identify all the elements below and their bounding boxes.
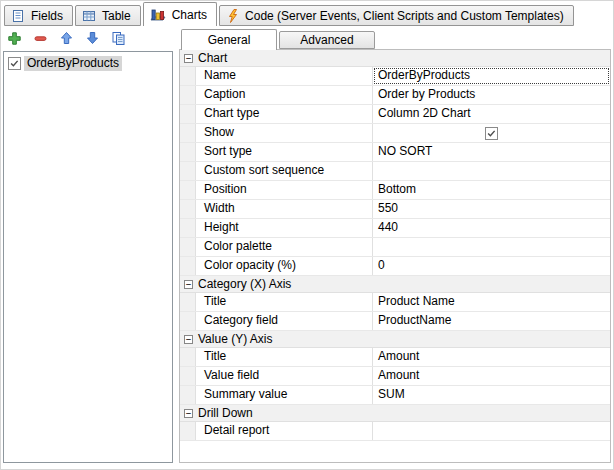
property-label[interactable]: Value field (196, 367, 373, 385)
property-value[interactable] (373, 422, 610, 440)
property-row: Custom sort sequence (180, 162, 610, 181)
list-item-orderbyproducts[interactable]: OrderByProducts (4, 54, 172, 72)
property-row: Summary valueSUM (180, 386, 610, 405)
tab-charts[interactable]: Charts (143, 2, 217, 26)
property-value[interactable]: NO SORT (373, 143, 610, 161)
copy-icon[interactable] (110, 30, 127, 47)
charts-icon (150, 8, 166, 22)
property-value[interactable]: Order by Products (373, 86, 610, 104)
property-label[interactable]: Position (196, 181, 373, 199)
row-gutter (180, 105, 196, 123)
main-tab-bar: Fields Table Charts Code (Server Events,… (4, 2, 576, 26)
row-gutter (180, 238, 196, 256)
property-value[interactable]: OrderByProducts (373, 67, 610, 85)
property-value[interactable]: 550 (373, 200, 610, 218)
property-label[interactable]: Caption (196, 86, 373, 104)
property-row: CaptionOrder by Products (180, 86, 610, 105)
property-value[interactable]: Column 2D Chart (373, 105, 610, 123)
property-label[interactable]: Custom sort sequence (196, 162, 373, 180)
property-label[interactable]: Sort type (196, 143, 373, 161)
row-gutter (180, 386, 196, 404)
row-gutter (180, 162, 196, 180)
section-header[interactable]: −Chart (180, 50, 610, 67)
property-value[interactable]: Amount (373, 348, 610, 366)
property-value[interactable]: Product Name (373, 293, 610, 311)
property-value-cell (373, 124, 610, 142)
subtab-label: General (208, 33, 251, 47)
property-row: Chart typeColumn 2D Chart (180, 105, 610, 124)
tab-label: Table (102, 9, 131, 23)
property-row: Show (180, 124, 610, 143)
property-row: Color opacity (%)0 (180, 257, 610, 276)
section-header[interactable]: −Drill Down (180, 405, 610, 422)
row-gutter (180, 348, 196, 366)
property-value[interactable] (373, 238, 610, 256)
add-icon[interactable] (6, 30, 23, 47)
row-gutter (180, 181, 196, 199)
property-row: PositionBottom (180, 181, 610, 200)
property-row: Width550 (180, 200, 610, 219)
row-gutter (180, 422, 196, 440)
tab-advanced[interactable]: Advanced (279, 31, 375, 49)
list-item-label: OrderByProducts (24, 56, 122, 71)
property-label[interactable]: Color palette (196, 238, 373, 256)
item-checkbox[interactable] (8, 57, 21, 70)
tab-label: Code (Server Events, Client Scripts and … (245, 9, 564, 23)
property-label[interactable]: Chart type (196, 105, 373, 123)
section-title: Value (Y) Axis (198, 332, 272, 346)
property-label[interactable]: Color opacity (%) (196, 257, 373, 275)
property-value[interactable]: 440 (373, 219, 610, 237)
collapse-icon[interactable]: − (184, 54, 193, 63)
row-gutter (180, 367, 196, 385)
property-value[interactable]: SUM (373, 386, 610, 404)
row-gutter (180, 143, 196, 161)
chart-editor-window: Fields Table Charts Code (Server Events,… (0, 0, 614, 470)
property-grid: −ChartNameOrderByProductsCaptionOrder by… (179, 49, 611, 463)
property-row: Sort typeNO SORT (180, 143, 610, 162)
row-gutter (180, 86, 196, 104)
show-checkbox[interactable] (485, 127, 498, 140)
property-tab-bar: General Advanced (181, 28, 377, 49)
property-value[interactable] (373, 162, 610, 180)
tab-general[interactable]: General (181, 29, 277, 50)
lightning-icon (226, 9, 239, 23)
tab-label: Charts (172, 8, 207, 22)
property-value[interactable]: Bottom (373, 181, 610, 199)
property-row: NameOrderByProducts (180, 67, 610, 86)
tab-code[interactable]: Code (Server Events, Client Scripts and … (219, 5, 574, 26)
property-label[interactable]: Height (196, 219, 373, 237)
property-value[interactable]: ProductName (373, 312, 610, 330)
property-label[interactable]: Name (196, 67, 373, 85)
section-header[interactable]: −Category (X) Axis (180, 276, 610, 293)
row-gutter (180, 312, 196, 330)
row-gutter (180, 257, 196, 275)
property-row: Height440 (180, 219, 610, 238)
property-label[interactable]: Show (196, 124, 373, 142)
chart-list[interactable]: OrderByProducts (3, 51, 173, 463)
move-up-icon[interactable] (58, 30, 75, 47)
property-label[interactable]: Title (196, 293, 373, 311)
property-value[interactable]: 0 (373, 257, 610, 275)
property-value[interactable]: Amount (373, 367, 610, 385)
table-icon (82, 9, 96, 23)
move-down-icon[interactable] (84, 30, 101, 47)
property-row: Category fieldProductName (180, 312, 610, 331)
chart-list-toolbar (6, 28, 127, 48)
section-header[interactable]: −Value (Y) Axis (180, 331, 610, 348)
section-title: Drill Down (198, 406, 253, 420)
property-label[interactable]: Detail report (196, 422, 373, 440)
property-label[interactable]: Width (196, 200, 373, 218)
tab-table[interactable]: Table (75, 5, 141, 26)
remove-icon[interactable] (32, 30, 49, 47)
collapse-icon[interactable]: − (184, 335, 193, 344)
property-row: Detail report (180, 422, 610, 441)
property-row: Color palette (180, 238, 610, 257)
property-label[interactable]: Category field (196, 312, 373, 330)
property-row: Value fieldAmount (180, 367, 610, 386)
tab-fields[interactable]: Fields (4, 5, 73, 26)
property-label[interactable]: Title (196, 348, 373, 366)
tab-label: Fields (31, 9, 63, 23)
collapse-icon[interactable]: − (184, 409, 193, 418)
property-label[interactable]: Summary value (196, 386, 373, 404)
collapse-icon[interactable]: − (184, 280, 193, 289)
